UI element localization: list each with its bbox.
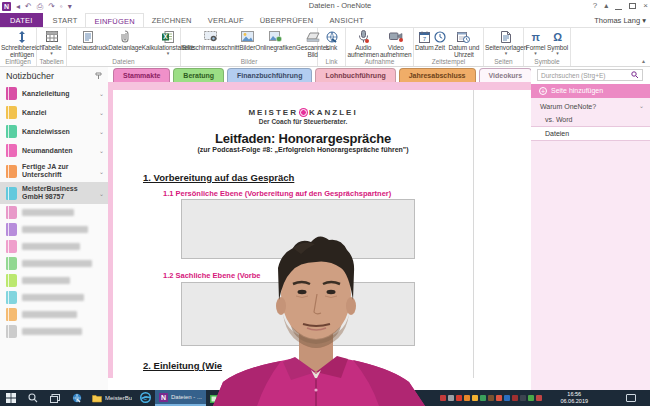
notebook-item-blurred[interactable]	[0, 221, 108, 238]
section-tab-jahresabschluss[interactable]: Jahresabschluss	[399, 68, 476, 83]
ribbon-button-symbol[interactable]: Ω Symbol ▾	[547, 29, 568, 55]
print-icon[interactable]: ⎙	[37, 1, 43, 12]
chevron-down-icon[interactable]: ⌄	[99, 109, 104, 116]
ribbon-tab-verlauf[interactable]: VERLAUF	[200, 13, 252, 27]
page-canvas[interactable]: MEISTERKANZLEI Der Coach für Steuerberat…	[113, 90, 531, 378]
help-button[interactable]: ?	[593, 0, 597, 12]
ribbon-tab-einfügen[interactable]: EINFÜGEN	[85, 13, 143, 27]
tray-icon[interactable]	[496, 395, 502, 401]
title-bar: N ◂ ↶ ⎙ ↷ ◦ ▾ Dateien - OneNote ? ▴ ×	[0, 0, 650, 13]
section-tab-videokurs[interactable]: Videokurs	[479, 68, 533, 83]
taskbar-task[interactable]	[206, 390, 222, 406]
notebook-item[interactable]: Kanzlei ⌄	[0, 103, 108, 122]
tray-icon[interactable]	[480, 395, 486, 401]
taskbar-clock[interactable]: 16:56 06.06.2019	[560, 391, 588, 405]
ribbon-options-button[interactable]: ▴	[604, 0, 608, 12]
tray-icon[interactable]	[520, 395, 526, 401]
ribbon-button-onlinegrafiken[interactable]: Onlinegrafiken	[255, 29, 296, 51]
notebook-item-blurred[interactable]	[0, 289, 108, 306]
chevron-down-icon[interactable]: ⌄	[639, 100, 644, 113]
back-circle-icon[interactable]: ◂	[16, 1, 20, 12]
notebook-item-blurred[interactable]	[0, 238, 108, 255]
notebook-item-blurred[interactable]	[0, 204, 108, 221]
minimize-button[interactable]	[615, 9, 622, 10]
content-placeholder-box-1[interactable]	[181, 199, 415, 259]
ribbon-tab-start[interactable]: START	[45, 13, 86, 27]
section-tab-beratung[interactable]: Beratung	[173, 68, 224, 83]
notebook-item-blurred[interactable]	[0, 255, 108, 272]
tray-icon[interactable]	[472, 395, 478, 401]
taskbar-task[interactable]: MeisterBu	[88, 390, 136, 406]
ribbon-button-tabelle[interactable]: Tabelle ▾	[42, 29, 62, 55]
ribbon-button-video-aufnehmen[interactable]: Video aufnehmen	[380, 29, 412, 58]
redo-icon[interactable]: ↷	[48, 1, 55, 12]
ribbon-button-bilder[interactable]: Bilder	[239, 29, 255, 51]
ribbon-button-datum-und-uhrzeit[interactable]: Datum und Uhrzeit	[446, 29, 482, 58]
taskbar-task[interactable]: N Dateien - ...	[155, 390, 206, 406]
brand-logo: MEISTERKANZLEI Der Coach für Steuerberat…	[113, 108, 493, 125]
undo-icon[interactable]: ↶	[25, 1, 32, 12]
chevron-down-icon[interactable]: ⌄	[99, 128, 104, 135]
ribbon-tab-datei[interactable]: DATEI	[0, 13, 43, 27]
ribbon-tab-ansicht[interactable]: ANSICHT	[321, 13, 371, 27]
search-icon[interactable]	[631, 71, 639, 80]
close-button[interactable]: ×	[643, 0, 648, 12]
notebook-item[interactable]: MeisterBusiness GmbH 98757 ⌄	[0, 182, 108, 204]
tray-icon[interactable]	[488, 395, 494, 401]
notebook-item[interactable]: Fertige JA zur Unterschrift ⌄	[0, 160, 108, 182]
start-icon[interactable]	[0, 390, 22, 406]
action-center-icon[interactable]	[626, 394, 636, 402]
ribbon-tab-zeichnen[interactable]: ZEICHNEN	[144, 13, 200, 27]
tray-icon[interactable]	[464, 395, 470, 401]
ribbon-button-seitenvorlagen[interactable]: Seitenvorlagen ▾	[485, 29, 527, 55]
content-placeholder-box-2[interactable]	[181, 282, 415, 346]
chevron-down-icon[interactable]: ⌄	[99, 168, 104, 175]
page-item-dateien[interactable]: Dateien	[531, 126, 650, 141]
taskbar-task[interactable]: e	[136, 390, 155, 406]
network-globe-icon[interactable]	[66, 390, 88, 406]
pin-icon[interactable]	[95, 72, 102, 81]
section-tab-finanzbuchführung[interactable]: Finanzbuchführung	[227, 68, 312, 83]
taskbar-task[interactable]: Leitfaden_...	[222, 390, 263, 406]
notebook-item-blurred[interactable]	[0, 306, 108, 323]
chevron-down-icon[interactable]: ⌄	[99, 90, 104, 97]
restore-button[interactable]	[629, 3, 636, 9]
collapse-ribbon-icon[interactable]: ▴	[642, 57, 645, 64]
ribbon-button-dateianlage[interactable]: Dateianlage	[108, 29, 142, 51]
qat-dropdown-icon[interactable]: ▾	[68, 1, 72, 12]
tray-icon[interactable]	[504, 395, 510, 401]
ribbon-button-formel[interactable]: π Formel ▾	[526, 29, 546, 55]
tray-icon[interactable]	[528, 395, 534, 401]
ribbon-tab-überprüfen[interactable]: ÜBERPRÜFEN	[252, 13, 322, 27]
chevron-down-icon[interactable]: ⌄	[99, 190, 104, 197]
tray-icon[interactable]	[536, 395, 542, 401]
section-tab-lohnbuchführung[interactable]: Lohnbuchführung	[315, 68, 395, 83]
add-page-button[interactable]: +Seite hinzufügen	[531, 84, 650, 98]
ribbon-button-zeit[interactable]: Zeit	[434, 29, 446, 51]
tray-icon[interactable]	[440, 395, 446, 401]
page-subtitle: (zur Podcast-Folge #8: „Erfolgreich Hono…	[113, 146, 493, 153]
ribbon-button-dateiausdruck[interactable]: Dateiausdruck	[68, 29, 108, 51]
page-item-vs-word[interactable]: vs. Word	[531, 113, 650, 126]
page-item-warum-onenote-[interactable]: Warum OneNote?⌄	[531, 100, 650, 113]
ribbon-button-audio-aufnehmen[interactable]: Audio aufnehmen	[347, 29, 380, 58]
forward-circle-icon[interactable]: ◦	[60, 1, 63, 12]
search-input[interactable]: Durchsuchen (Strg+E)	[537, 69, 643, 81]
taskbar-search-icon[interactable]	[22, 390, 44, 406]
notebook-item[interactable]: Kanzleiwissen ⌄	[0, 122, 108, 141]
notebook-item-blurred[interactable]	[0, 323, 108, 340]
notebook-item[interactable]: Neumandanten ⌄	[0, 141, 108, 160]
taskbar: MeisterBu e N Dateien - ... Leitfaden_..…	[0, 390, 650, 406]
tray-icon[interactable]	[512, 395, 518, 401]
tray-icon[interactable]	[456, 395, 462, 401]
tray-icon[interactable]	[448, 395, 454, 401]
ribbon-button-link[interactable]: Link	[326, 29, 338, 51]
account-name[interactable]: Thomas Lang ▾	[594, 13, 646, 28]
ribbon-button-bildschirmausschnitt[interactable]: Bildschirmausschnitt	[182, 29, 239, 51]
notebook-item[interactable]: Kanzleileitung ⌄	[0, 84, 108, 103]
task-view-icon[interactable]	[44, 390, 66, 406]
chevron-down-icon[interactable]: ⌄	[99, 147, 104, 154]
notebook-item-blurred[interactable]	[0, 272, 108, 289]
section-tab-stammakte[interactable]: Stammakte	[113, 68, 170, 83]
ribbon-button-datum[interactable]: 7 Datum	[415, 29, 434, 51]
